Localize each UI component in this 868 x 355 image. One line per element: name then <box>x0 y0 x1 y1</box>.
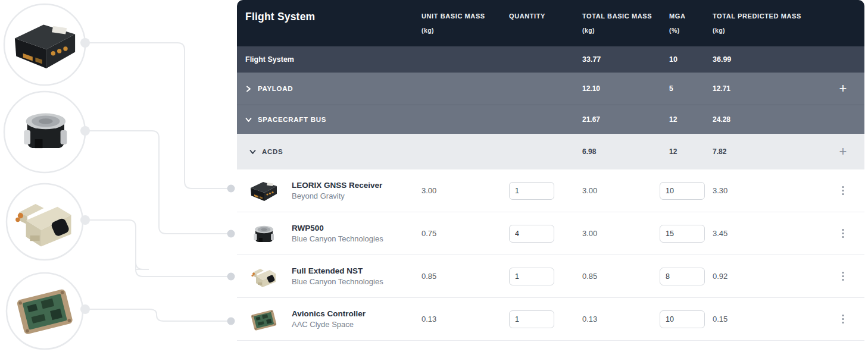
chevron-down-icon[interactable] <box>245 117 252 123</box>
component-name: Full Extended NST <box>292 266 383 275</box>
kebab-menu-icon[interactable] <box>839 227 847 241</box>
kebab-menu-icon[interactable] <box>839 184 847 198</box>
mga-input[interactable] <box>660 310 705 328</box>
quantity-input[interactable] <box>509 310 554 328</box>
summary-label: Flight System <box>237 55 421 64</box>
connector-end-dots <box>227 185 235 325</box>
mga-input[interactable] <box>660 182 705 200</box>
summary-total-predicted-mass: 36.99 <box>713 55 822 64</box>
mga-input[interactable] <box>660 225 705 243</box>
add-component-button[interactable]: + <box>837 145 850 158</box>
connector-lines <box>85 43 229 321</box>
column-header-total-predicted-mass: TOTAL PREDICTED MASS (kg) <box>713 0 822 34</box>
component-name: RWP500 <box>292 224 383 233</box>
chevron-right-icon[interactable] <box>245 86 252 92</box>
chevron-down-icon[interactable] <box>249 149 256 155</box>
kebab-menu-icon[interactable] <box>839 269 847 284</box>
total-predicted-mass: 0.92 <box>713 272 822 281</box>
reaction-wheel-photo <box>24 114 67 148</box>
quantity-input[interactable] <box>509 225 554 243</box>
table-header-row: Flight System UNIT BASIC MASS (kg) QUANT… <box>237 0 864 46</box>
component-name: LEORIX GNSS Receiver <box>292 181 382 190</box>
total-basic-mass: 3.00 <box>582 186 660 195</box>
group-total-basic-mass: 21.67 <box>582 115 660 124</box>
unit-basic-mass: 0.85 <box>421 272 509 281</box>
total-basic-mass: 0.85 <box>582 272 660 281</box>
group-mga: 12 <box>660 115 713 124</box>
group-total-predicted-mass: 7.82 <box>713 147 822 156</box>
column-header-unit-basic-mass: UNIT BASIC MASS (kg) <box>421 0 509 34</box>
mass-budget-table: Flight System UNIT BASIC MASS (kg) QUANT… <box>237 0 864 341</box>
group-row-payload[interactable]: PAYLOAD 12.10 5 12.71 + <box>237 73 864 105</box>
group-label: PAYLOAD <box>258 85 293 92</box>
component-gallery <box>0 0 238 355</box>
component-row-rwp500: RWP500 Blue Canyon Technologies 0.75 3.0… <box>237 212 864 255</box>
mga-input[interactable] <box>660 268 705 285</box>
gnss-receiver-thumbnail <box>249 179 279 203</box>
group-label: SPACECRAFT BUS <box>258 116 326 123</box>
group-total-predicted-mass: 12.71 <box>713 84 822 93</box>
unit-basic-mass: 0.75 <box>421 229 509 238</box>
group-mga: 12 <box>660 147 713 156</box>
total-basic-mass: 0.13 <box>582 315 660 323</box>
component-row-avionics-controller: Avionics Controller AAC Clyde Space 0.13… <box>237 298 864 341</box>
group-row-acds[interactable]: ACDS 6.98 12 7.82 + <box>237 134 864 169</box>
column-header-mga: MGA (%) <box>660 0 713 34</box>
reaction-wheel-thumbnail <box>249 222 279 246</box>
avionics-board-thumbnail <box>249 307 279 331</box>
connector-start-dots <box>80 38 90 314</box>
kebab-menu-icon[interactable] <box>839 312 847 326</box>
group-row-spacecraft-bus[interactable]: SPACECRAFT BUS 21.67 12 24.28 <box>237 105 864 134</box>
component-row-full-extended-nst: Full Extended NST Blue Canyon Technologi… <box>237 255 864 298</box>
component-name: Avionics Controller <box>292 309 366 318</box>
group-total-basic-mass: 12.10 <box>582 84 660 93</box>
summary-mga: 10 <box>660 55 713 64</box>
component-manufacturer: AAC Clyde Space <box>292 320 366 329</box>
summary-total-basic-mass: 33.77 <box>582 55 660 64</box>
unit-basic-mass: 3.00 <box>421 186 509 195</box>
star-tracker-thumbnail <box>249 265 279 288</box>
unit-basic-mass: 0.13 <box>421 315 509 323</box>
group-label: ACDS <box>262 148 283 155</box>
component-manufacturer: Blue Canyon Technologies <box>292 277 383 286</box>
column-header-total-basic-mass: TOTAL BASIC MASS (kg) <box>582 0 660 34</box>
total-predicted-mass: 3.45 <box>713 229 822 238</box>
total-predicted-mass: 0.15 <box>713 315 822 323</box>
group-total-predicted-mass: 24.28 <box>713 115 822 124</box>
column-header-quantity: QUANTITY <box>509 0 582 27</box>
page-title: Flight System <box>245 11 315 23</box>
star-tracker-photo <box>15 204 71 246</box>
avionics-board-photo <box>17 288 73 335</box>
component-manufacturer: Beyond Gravity <box>292 191 382 200</box>
gnss-receiver-photo <box>15 25 75 69</box>
group-mga: 5 <box>660 84 713 93</box>
quantity-input[interactable] <box>509 268 554 285</box>
group-total-basic-mass: 6.98 <box>582 147 660 156</box>
add-component-button[interactable]: + <box>837 82 850 95</box>
component-row-leorix-gnss-receiver: LEORIX GNSS Receiver Beyond Gravity 3.00… <box>237 169 864 212</box>
quantity-input[interactable] <box>509 182 554 200</box>
summary-row-flight-system: Flight System 33.77 10 36.99 <box>237 46 864 73</box>
component-manufacturer: Blue Canyon Technologies <box>292 234 383 243</box>
total-basic-mass: 3.00 <box>582 229 660 238</box>
total-predicted-mass: 3.30 <box>713 186 822 195</box>
